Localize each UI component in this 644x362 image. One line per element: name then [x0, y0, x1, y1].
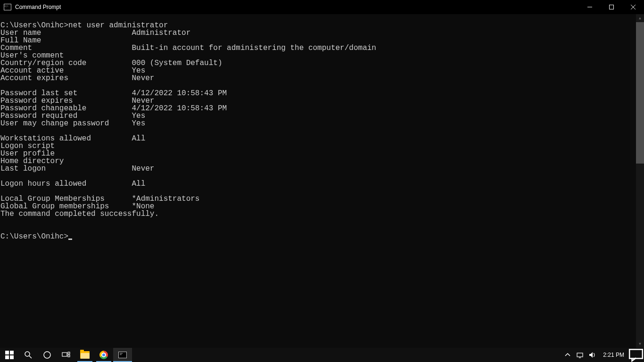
- svg-rect-13: [62, 353, 67, 356]
- svg-rect-3: [610, 5, 614, 9]
- svg-line-11: [29, 356, 32, 358]
- file-explorer-taskbar-icon[interactable]: [75, 348, 94, 362]
- minimize-button[interactable]: [579, 0, 601, 14]
- svg-rect-9: [10, 355, 14, 359]
- cmd-icon: C:\: [4, 3, 11, 11]
- search-button[interactable]: [19, 348, 38, 362]
- maximize-button[interactable]: [601, 0, 622, 14]
- titlebar[interactable]: C:\ Command Prompt: [0, 0, 644, 14]
- cmd-taskbar-icon[interactable]: [113, 348, 132, 362]
- volume-icon[interactable]: [588, 351, 596, 359]
- tray-overflow-icon[interactable]: [563, 351, 572, 359]
- svg-rect-19: [629, 349, 643, 358]
- svg-rect-16: [577, 353, 583, 357]
- network-icon[interactable]: [576, 351, 584, 359]
- terminal-area: C:\Users\Onihc>net user administratorUse…: [0, 14, 644, 348]
- chrome-taskbar-icon[interactable]: [94, 348, 113, 362]
- taskbar: 2:21 PM: [0, 348, 644, 362]
- command-prompt-window: C:\ Command Prompt C:\Users\Onihc>net us…: [0, 0, 644, 362]
- svg-marker-18: [589, 352, 593, 358]
- scroll-thumb[interactable]: [636, 22, 644, 164]
- cortana-button[interactable]: [38, 348, 57, 362]
- task-view-button[interactable]: [57, 348, 75, 362]
- close-button[interactable]: [622, 0, 644, 14]
- system-tray: [561, 348, 599, 362]
- action-center-button[interactable]: [628, 348, 644, 362]
- taskbar-clock[interactable]: 2:21 PM: [599, 348, 628, 362]
- window-title: Command Prompt: [15, 4, 61, 10]
- svg-rect-8: [5, 355, 9, 359]
- svg-rect-7: [10, 351, 14, 354]
- svg-rect-15: [68, 355, 70, 357]
- svg-point-10: [25, 352, 30, 356]
- svg-rect-6: [5, 351, 9, 354]
- terminal-output[interactable]: C:\Users\Onihc>net user administratorUse…: [0, 14, 636, 348]
- svg-point-12: [44, 352, 50, 358]
- svg-rect-14: [68, 352, 70, 354]
- scrollbar[interactable]: ▲ ▼: [636, 14, 644, 348]
- svg-text:C:\: C:\: [5, 5, 8, 8]
- scroll-track[interactable]: [636, 22, 644, 340]
- scroll-up-arrow[interactable]: ▲: [636, 14, 644, 22]
- start-button[interactable]: [0, 348, 19, 362]
